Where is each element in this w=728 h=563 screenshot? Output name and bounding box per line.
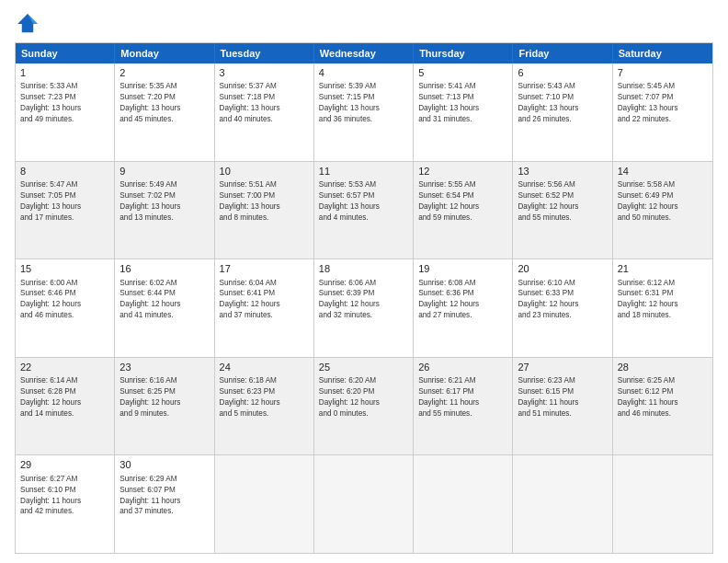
day-number: 25 [319,361,408,374]
day-number: 2 [119,66,209,80]
weekday-header-friday: Friday [513,43,612,63]
calendar-cell: 17Sunrise: 6:04 AM Sunset: 6:41 PM Dayli… [215,259,314,357]
day-number: 11 [319,165,408,178]
calendar-cell: 14Sunrise: 5:58 AM Sunset: 6:49 PM Dayli… [613,162,712,259]
day-number: 15 [20,262,109,276]
calendar-row-3: 15Sunrise: 6:00 AM Sunset: 6:46 PM Dayli… [16,259,712,357]
cell-info: Sunrise: 5:45 AM Sunset: 7:07 PM Dayligh… [618,81,708,125]
calendar-cell: 12Sunrise: 5:55 AM Sunset: 6:54 PM Dayli… [414,162,513,259]
calendar-cell: 22Sunrise: 6:14 AM Sunset: 6:28 PM Dayli… [16,358,115,455]
weekday-header-monday: Monday [115,43,214,63]
calendar-cell: 2Sunrise: 5:35 AM Sunset: 7:20 PM Daylig… [115,63,214,161]
day-number: 3 [220,66,309,80]
cell-info: Sunrise: 5:35 AM Sunset: 7:20 PM Dayligh… [119,81,209,125]
weekday-header-thursday: Thursday [414,43,513,63]
calendar-cell: 1Sunrise: 5:33 AM Sunset: 7:23 PM Daylig… [16,63,115,161]
day-number: 13 [518,165,607,178]
day-number: 5 [418,66,507,80]
page: SundayMondayTuesdayWednesdayThursdayFrid… [0,0,728,563]
calendar-header: SundayMondayTuesdayWednesdayThursdayFrid… [16,43,712,63]
day-number: 27 [518,361,607,374]
calendar-cell: 27Sunrise: 6:23 AM Sunset: 6:15 PM Dayli… [513,358,612,455]
day-number: 24 [220,361,309,374]
calendar-cell: 5Sunrise: 5:41 AM Sunset: 7:13 PM Daylig… [414,63,513,161]
day-number: 29 [20,458,109,472]
day-number: 26 [418,361,507,374]
calendar-cell: 3Sunrise: 5:37 AM Sunset: 7:18 PM Daylig… [215,63,314,161]
day-number: 1 [20,66,109,80]
calendar-cell [314,455,414,553]
weekday-header-tuesday: Tuesday [215,43,314,63]
calendar-cell [613,455,712,553]
calendar-cell: 23Sunrise: 6:16 AM Sunset: 6:25 PM Dayli… [115,358,214,455]
cell-info: Sunrise: 6:23 AM Sunset: 6:15 PM Dayligh… [518,375,607,419]
cell-info: Sunrise: 5:56 AM Sunset: 6:52 PM Dayligh… [518,179,607,224]
day-number: 23 [119,361,209,374]
day-number: 16 [119,262,209,276]
cell-info: Sunrise: 5:37 AM Sunset: 7:18 PM Dayligh… [220,81,309,125]
cell-info: Sunrise: 6:04 AM Sunset: 6:41 PM Dayligh… [220,278,309,322]
calendar-body: 1Sunrise: 5:33 AM Sunset: 7:23 PM Daylig… [16,63,712,553]
weekday-header-saturday: Saturday [613,43,712,63]
day-number: 9 [119,165,209,178]
calendar-cell: 18Sunrise: 6:06 AM Sunset: 6:39 PM Dayli… [314,259,414,357]
calendar-cell: 21Sunrise: 6:12 AM Sunset: 6:31 PM Dayli… [613,259,712,357]
cell-info: Sunrise: 6:18 AM Sunset: 6:23 PM Dayligh… [220,375,309,419]
calendar-cell: 30Sunrise: 6:29 AM Sunset: 6:07 PM Dayli… [115,455,214,553]
cell-info: Sunrise: 5:39 AM Sunset: 7:15 PM Dayligh… [319,81,408,125]
logo-icon [15,11,40,37]
cell-info: Sunrise: 6:10 AM Sunset: 6:33 PM Dayligh… [518,278,607,322]
day-number: 12 [418,165,507,178]
day-number: 30 [119,458,209,472]
cell-info: Sunrise: 5:51 AM Sunset: 7:00 PM Dayligh… [220,179,309,224]
day-number: 21 [618,262,708,276]
weekday-header-wednesday: Wednesday [314,43,414,63]
cell-info: Sunrise: 5:33 AM Sunset: 7:23 PM Dayligh… [20,81,109,125]
calendar-row-2: 8Sunrise: 5:47 AM Sunset: 7:05 PM Daylig… [16,161,712,259]
cell-info: Sunrise: 5:58 AM Sunset: 6:49 PM Dayligh… [618,179,708,224]
day-number: 4 [319,66,408,80]
calendar-cell: 26Sunrise: 6:21 AM Sunset: 6:17 PM Dayli… [414,358,513,455]
calendar-cell: 25Sunrise: 6:20 AM Sunset: 6:20 PM Dayli… [314,358,414,455]
day-number: 17 [220,262,309,276]
calendar-cell: 9Sunrise: 5:49 AM Sunset: 7:02 PM Daylig… [115,162,214,259]
day-number: 8 [20,165,109,178]
calendar-cell: 20Sunrise: 6:10 AM Sunset: 6:33 PM Dayli… [513,259,612,357]
calendar-cell: 11Sunrise: 5:53 AM Sunset: 6:57 PM Dayli… [314,162,414,259]
calendar-row-4: 22Sunrise: 6:14 AM Sunset: 6:28 PM Dayli… [16,357,712,455]
cell-info: Sunrise: 5:55 AM Sunset: 6:54 PM Dayligh… [418,179,507,224]
calendar: SundayMondayTuesdayWednesdayThursdayFrid… [15,42,713,554]
calendar-cell: 7Sunrise: 5:45 AM Sunset: 7:07 PM Daylig… [613,63,712,161]
cell-info: Sunrise: 5:49 AM Sunset: 7:02 PM Dayligh… [119,179,209,224]
calendar-cell: 10Sunrise: 5:51 AM Sunset: 7:00 PM Dayli… [215,162,314,259]
cell-info: Sunrise: 6:27 AM Sunset: 6:10 PM Dayligh… [20,474,109,518]
calendar-cell [215,455,314,553]
calendar-cell: 16Sunrise: 6:02 AM Sunset: 6:44 PM Dayli… [115,259,214,357]
calendar-cell: 29Sunrise: 6:27 AM Sunset: 6:10 PM Dayli… [16,455,115,553]
calendar-cell: 6Sunrise: 5:43 AM Sunset: 7:10 PM Daylig… [513,63,612,161]
logo [15,11,46,37]
weekday-header-sunday: Sunday [16,43,115,63]
cell-info: Sunrise: 5:43 AM Sunset: 7:10 PM Dayligh… [518,81,607,125]
day-number: 19 [418,262,507,276]
cell-info: Sunrise: 5:47 AM Sunset: 7:05 PM Dayligh… [20,179,109,224]
cell-info: Sunrise: 6:12 AM Sunset: 6:31 PM Dayligh… [618,278,708,322]
calendar-row-1: 1Sunrise: 5:33 AM Sunset: 7:23 PM Daylig… [16,63,712,161]
cell-info: Sunrise: 6:08 AM Sunset: 6:36 PM Dayligh… [418,278,507,322]
day-number: 18 [319,262,408,276]
cell-info: Sunrise: 6:16 AM Sunset: 6:25 PM Dayligh… [119,375,209,419]
calendar-cell: 15Sunrise: 6:00 AM Sunset: 6:46 PM Dayli… [16,259,115,357]
cell-info: Sunrise: 6:21 AM Sunset: 6:17 PM Dayligh… [418,375,507,419]
day-number: 7 [618,66,708,80]
top-row [15,11,713,37]
cell-info: Sunrise: 6:14 AM Sunset: 6:28 PM Dayligh… [20,375,109,419]
cell-info: Sunrise: 5:53 AM Sunset: 6:57 PM Dayligh… [319,179,408,224]
day-number: 22 [20,361,109,374]
cell-info: Sunrise: 6:02 AM Sunset: 6:44 PM Dayligh… [119,278,209,322]
cell-info: Sunrise: 6:06 AM Sunset: 6:39 PM Dayligh… [319,278,408,322]
cell-info: Sunrise: 6:00 AM Sunset: 6:46 PM Dayligh… [20,278,109,322]
calendar-row-5: 29Sunrise: 6:27 AM Sunset: 6:10 PM Dayli… [16,454,712,553]
calendar-cell [513,455,612,553]
day-number: 20 [518,262,607,276]
cell-info: Sunrise: 6:20 AM Sunset: 6:20 PM Dayligh… [319,375,408,419]
